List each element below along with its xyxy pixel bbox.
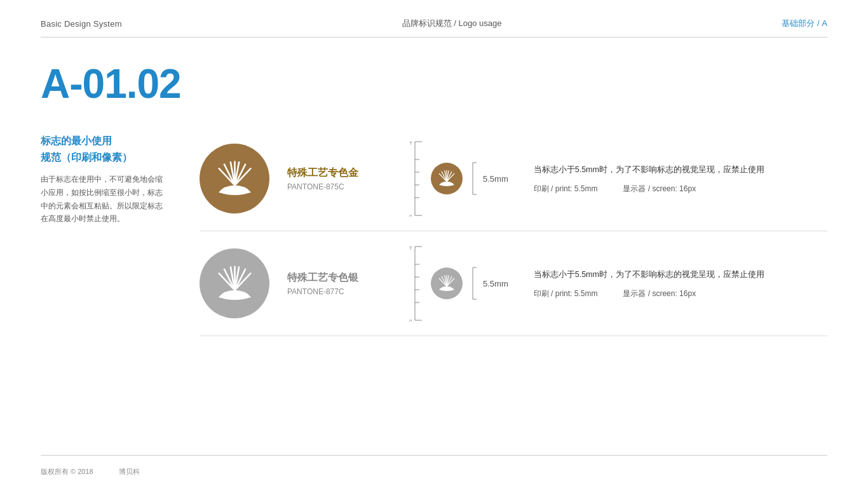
bracket-silver: [469, 267, 477, 300]
section-desc: 由于标志在使用中，不可避免地会缩小应用，如按比例缩至很小时，标志中的元素会相互粘…: [41, 173, 168, 226]
main-content: 标志的最小使用 规范（印刷和像素） 由于标志在使用中，不可避免地会缩小应用，如按…: [41, 126, 827, 396]
spec-screen-silver: 显示器 / screen: 16px: [623, 288, 696, 299]
footer-copyright: 版权所有 © 2018: [41, 467, 93, 477]
spacer: [41, 396, 827, 456]
ruler-area-silver: T 0: [408, 245, 508, 322]
footer: 版权所有 © 2018 博贝科: [41, 455, 827, 488]
desc-specs-silver: 印刷 / print: 5.5mm 显示器 / screen: 16px: [534, 288, 827, 299]
bracket-gold: [469, 162, 477, 195]
page-wrapper: Basic Design System 品牌标识规范 / Logo usage …: [0, 0, 868, 488]
desc-specs-gold: 印刷 / print: 5.5mm 显示器 / screen: 16px: [534, 184, 827, 194]
color-row-gold: 特殊工艺专色金 PANTONE-875C: [200, 126, 827, 231]
spec-print-gold: 印刷 / print: 5.5mm: [534, 184, 598, 194]
header-right: 基础部分 / A: [782, 18, 827, 29]
ruler-svg-gold: T 0: [408, 140, 422, 217]
svg-text:0: 0: [409, 214, 412, 217]
page-code-text: A-01.02: [41, 60, 827, 107]
spec-screen-gold: 显示器 / screen: 16px: [623, 184, 696, 194]
header-left: Basic Design System: [41, 19, 122, 29]
desc-area-gold: 当标志小于5.5mm时，为了不影响标志的视觉呈现，应禁止使用 印刷 / prin…: [534, 163, 827, 194]
color-info-silver: 特殊工艺专色银 PANTONE-877C: [287, 271, 370, 296]
color-row-silver: 特殊工艺专色银 PANTONE-877C T 0: [200, 231, 827, 336]
left-panel: 标志的最小使用 规范（印刷和像素） 由于标志在使用中，不可避免地会缩小应用，如按…: [41, 126, 180, 396]
desc-main-silver: 当标志小于5.5mm时，为了不影响标志的视觉呈现，应禁止使用: [534, 268, 827, 282]
small-logo-silver-wrapper: 5.5mm: [431, 267, 508, 300]
footer-company: 博贝科: [119, 467, 140, 477]
logo-circle-silver: [200, 248, 269, 318]
color-name-gold: 特殊工艺专色金: [287, 166, 370, 180]
logo-circle-gold: [200, 144, 269, 214]
size-label-silver: 5.5mm: [483, 279, 508, 288]
color-code-gold: PANTONE-875C: [287, 182, 370, 191]
desc-area-silver: 当标志小于5.5mm时，为了不影响标志的视觉呈现，应禁止使用 印刷 / prin…: [534, 268, 827, 299]
page-code-section: A-01.02: [41, 60, 827, 107]
color-info-gold: 特殊工艺专色金 PANTONE-875C: [287, 166, 370, 191]
color-code-silver: PANTONE-877C: [287, 287, 370, 296]
section-title: 标志的最小使用 规范（印刷和像素）: [41, 133, 180, 165]
header: Basic Design System 品牌标识规范 / Logo usage …: [41, 0, 827, 37]
size-label-gold: 5.5mm: [483, 174, 508, 184]
desc-main-gold: 当标志小于5.5mm时，为了不影响标志的视觉呈现，应禁止使用: [534, 163, 827, 177]
svg-text:T: T: [409, 245, 412, 251]
ruler-svg-silver: T 0: [408, 245, 422, 322]
svg-text:T: T: [409, 140, 412, 146]
small-logo-circle-silver: [431, 268, 463, 299]
header-center: 品牌标识规范 / Logo usage: [402, 18, 502, 29]
spec-print-silver: 印刷 / print: 5.5mm: [534, 288, 598, 299]
ruler-area-gold: T 0: [408, 140, 508, 217]
color-name-silver: 特殊工艺专色银: [287, 271, 370, 285]
small-logo-gold-wrapper: 5.5mm: [431, 162, 508, 195]
svg-text:0: 0: [409, 318, 412, 322]
right-panel: 特殊工艺专色金 PANTONE-875C: [180, 126, 827, 396]
small-logo-circle-gold: [431, 163, 463, 194]
